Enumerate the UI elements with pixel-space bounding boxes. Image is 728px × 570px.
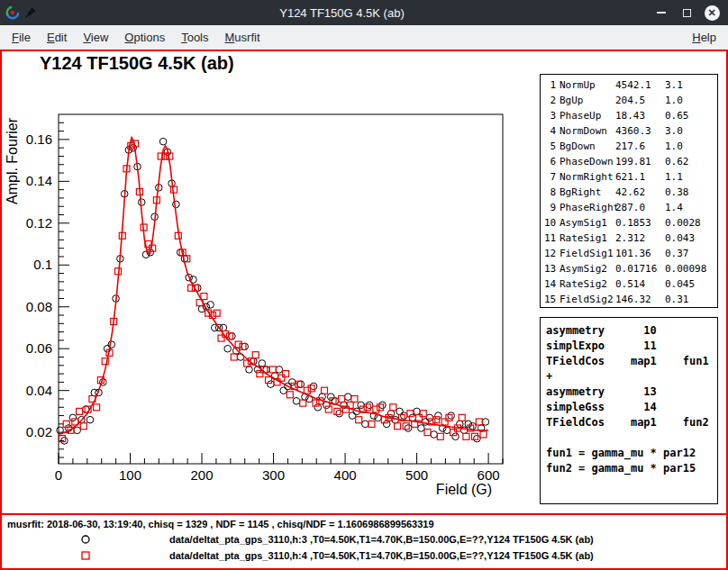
chart[interactable]: 01002003004005006000.020.040.060.080.10.… <box>2 51 535 513</box>
maximize-button[interactable] <box>676 2 697 23</box>
legend: data/deltat_pta_gps_3110,h:3 ,T0=4.50K,T… <box>2 531 726 564</box>
theory-line: simplExpo 11 <box>546 339 712 354</box>
x-tick-label: 400 <box>334 467 357 483</box>
main-content: Y124 TF150G 4.5K (ab) 010020030040050060… <box>0 50 728 570</box>
theory-line: TFieldCos map1 fun2 <box>546 415 712 430</box>
close-button[interactable]: ✕ <box>701 2 723 23</box>
param-row: 14RateSig20.5140.045 <box>544 276 714 292</box>
param-row: 9PhaseRight287.01.4 <box>544 200 714 215</box>
legend-label: data/deltat_pta_gps_3110,h:3 ,T0=4.50K,T… <box>169 534 594 545</box>
y-axis-label: Ampl. Fourier <box>5 117 20 204</box>
menu-edit[interactable]: Edit <box>39 27 75 48</box>
minimize-button[interactable] <box>651 2 672 23</box>
x-tick-label: 300 <box>262 467 285 483</box>
pin-icon[interactable] <box>24 6 37 19</box>
param-row: 4NormDown4360.33.0 <box>544 123 714 139</box>
param-row: 7NormRight621.11.1 <box>544 169 714 185</box>
theory-line: simpleGss 14 <box>546 400 712 415</box>
theory-line: asymmetry 10 <box>546 323 712 339</box>
app-icon[interactable] <box>5 5 20 20</box>
theory-line: TFieldCos map1 fun1 <box>546 354 712 369</box>
param-row: 11RateSig12.3120.043 <box>544 231 714 246</box>
close-icon: ✕ <box>705 5 720 21</box>
theory-box: asymmetry 10simplExpo 11TFieldCos map1 f… <box>540 317 718 504</box>
menu-musrfit[interactable]: Musrfit <box>217 27 268 48</box>
data-circles <box>57 138 489 444</box>
y-tick-label: 0.06 <box>26 340 52 356</box>
y-tick-label: 0.02 <box>26 424 52 439</box>
legend-row: data/deltat_pta_gps_3110,h:4 ,T0=4.50K,T… <box>2 547 726 564</box>
y-axis-ticks: 0.020.040.060.080.10.120.140.16 <box>26 122 69 457</box>
y-tick-label: 0.12 <box>26 215 52 231</box>
theory-line: asymmetry 13 <box>546 385 712 400</box>
y-tick-label: 0.14 <box>26 173 52 188</box>
x-axis-ticks: 0100200300400500600 <box>55 453 503 483</box>
theory-line: fun2 = gamma_mu * par15 <box>546 461 712 476</box>
circle-marker-icon <box>79 533 92 546</box>
x-tick-label: 200 <box>191 467 214 483</box>
x-tick-label: 0 <box>55 467 62 483</box>
x-tick-label: 500 <box>405 467 428 483</box>
x-tick-label: 100 <box>119 467 141 483</box>
param-row: 13AsymSig20.017160.00098 <box>544 261 714 276</box>
param-row: 2BgUp204.51.0 <box>544 93 714 108</box>
y-tick-label: 0.16 <box>26 131 52 147</box>
param-row: 3PhaseUp18.430.65 <box>544 108 714 123</box>
param-row: 10AsymSig10.18530.0028 <box>544 215 714 231</box>
x-axis-label: Field (G) <box>436 482 492 497</box>
param-row: 6PhaseDown199.810.62 <box>544 154 714 169</box>
maximize-icon <box>683 9 691 17</box>
menu-view[interactable]: View <box>75 27 116 48</box>
param-row: 15FieldSig2146.320.31 <box>544 292 714 307</box>
param-row: 12FieldSig1101.360.37 <box>544 246 714 261</box>
plot-region: Y124 TF150G 4.5K (ab) 010020030040050060… <box>2 51 726 513</box>
legend-row: data/deltat_pta_gps_3110,h:3 ,T0=4.50K,T… <box>2 531 726 547</box>
y-tick-label: 0.1 <box>33 257 52 272</box>
window-title: Y124 TF150G 4.5K (ab) <box>37 6 647 20</box>
fit-line <box>59 138 488 435</box>
fit-status-line: musrfit: 2018-06-30, 13:19:40, chisq = 1… <box>2 515 726 531</box>
menubar: FileEditViewOptionsToolsMusrfitHelp <box>0 25 728 50</box>
params-box: 1NormUp4542.13.12BgUp204.51.03PhaseUp18.… <box>540 74 718 308</box>
param-row: 5BgDown217.61.0 <box>544 139 714 154</box>
plot-frame <box>59 114 503 464</box>
x-tick-label: 600 <box>478 467 500 483</box>
titlebar: Y124 TF150G 4.5K (ab) ✕ <box>0 0 728 25</box>
data-squares <box>59 140 487 442</box>
status-region: musrfit: 2018-06-30, 13:19:40, chisq = 1… <box>2 513 726 568</box>
param-row: 8BgRight42.620.38 <box>544 185 714 200</box>
minimize-icon <box>657 12 666 14</box>
menu-options[interactable]: Options <box>116 27 173 48</box>
menu-help[interactable]: Help <box>684 27 724 48</box>
legend-label: data/deltat_pta_gps_3110,h:4 ,T0=4.50K,T… <box>169 550 594 561</box>
y-tick-label: 0.04 <box>26 383 52 398</box>
theory-line: fun1 = gamma_mu * par12 <box>546 446 712 461</box>
theory-line <box>546 430 712 446</box>
menu-tools[interactable]: Tools <box>173 27 216 48</box>
theory-line: + <box>546 369 712 385</box>
param-row: 1NormUp4542.13.1 <box>544 77 714 93</box>
y-tick-label: 0.08 <box>26 299 52 314</box>
menu-file[interactable]: File <box>4 27 39 48</box>
square-marker-icon <box>79 549 92 562</box>
app-window: Y124 TF150G 4.5K (ab) ✕ FileEditViewOpti… <box>0 0 728 570</box>
